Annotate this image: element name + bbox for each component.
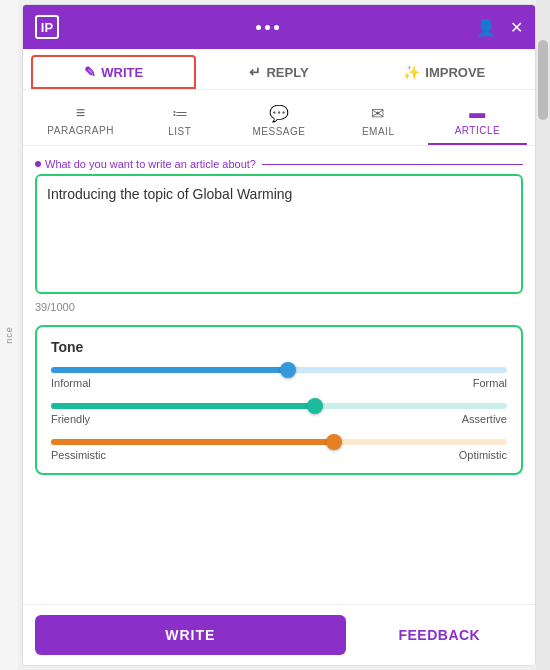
email-label: EMAIL <box>362 126 395 137</box>
slider-3-right-label: Optimistic <box>459 449 507 461</box>
slider-3-labels: Pessimistic Optimistic <box>51 449 507 461</box>
tab-improve[interactable]: ✨ IMPROVE <box>362 55 527 89</box>
bottom-bar: WRITE FEEDBACK <box>23 604 535 665</box>
menu-dot-2 <box>265 25 270 30</box>
improve-tab-icon: ✨ <box>403 64 420 80</box>
tone-title: Tone <box>51 339 507 355</box>
slider-2-track-container[interactable] <box>51 403 507 409</box>
list-icon: ≔ <box>172 104 189 123</box>
menu-dot-3 <box>274 25 279 30</box>
char-count: 39/1000 <box>35 301 523 313</box>
header-menu[interactable] <box>256 25 279 30</box>
panel-header: IP 👤 ✕ <box>23 5 535 49</box>
slider-informal-formal: Informal Formal <box>51 367 507 389</box>
tabs-row: ✎ WRITE ↵ REPLY ✨ IMPROVE <box>23 49 535 90</box>
article-textarea[interactable]: Introducing the topic of Global Warming <box>35 174 523 294</box>
content-type-email[interactable]: ✉ EMAIL <box>329 98 428 145</box>
article-label: ARTICLE <box>455 125 501 136</box>
plugin-panel: IP 👤 ✕ ✎ WRITE ↵ REPLY <box>22 4 536 666</box>
slider-1-thumb[interactable] <box>280 362 296 378</box>
slider-2-right-label: Assertive <box>462 413 507 425</box>
menu-dot-1 <box>256 25 261 30</box>
slider-2-fill <box>51 403 315 409</box>
sidebar-label-text: nce <box>4 326 14 344</box>
slider-1-fill <box>51 367 288 373</box>
tone-section: Tone Informal Formal <box>35 325 523 475</box>
slider-1-labels: Informal Formal <box>51 377 507 389</box>
write-button[interactable]: WRITE <box>35 615 346 655</box>
logo: IP <box>35 15 59 39</box>
slider-pessimistic-optimistic: Pessimistic Optimistic <box>51 439 507 461</box>
feedback-button[interactable]: FEEDBACK <box>356 615 523 655</box>
list-label: LIST <box>168 126 191 137</box>
content-types-row: ≡ PARAGRAPH ≔ LIST 💬 MESSAGE ✉ EMAIL ▬ A… <box>23 90 535 146</box>
slider-2-thumb[interactable] <box>307 398 323 414</box>
slider-1-right-label: Formal <box>473 377 507 389</box>
sidebar-panel: nce <box>0 0 18 670</box>
slider-3-thumb[interactable] <box>326 434 342 450</box>
tab-write[interactable]: ✎ WRITE <box>31 55 196 89</box>
slider-2-left-label: Friendly <box>51 413 90 425</box>
slider-friendly-assertive: Friendly Assertive <box>51 403 507 425</box>
user-icon[interactable]: 👤 <box>476 18 496 37</box>
article-icon: ▬ <box>469 104 486 122</box>
tab-reply[interactable]: ↵ REPLY <box>196 55 361 89</box>
content-type-message[interactable]: 💬 MESSAGE <box>229 98 328 145</box>
header-icons: 👤 ✕ <box>476 18 523 37</box>
paragraph-label: PARAGRAPH <box>47 125 114 136</box>
message-icon: 💬 <box>269 104 290 123</box>
input-label: What do you want to write an article abo… <box>35 158 523 170</box>
slider-3-track-container[interactable] <box>51 439 507 445</box>
slider-1-left-label: Informal <box>51 377 91 389</box>
close-icon[interactable]: ✕ <box>510 18 523 37</box>
scrollbar[interactable] <box>536 0 550 670</box>
logo-icon: IP <box>35 15 59 39</box>
content-type-article[interactable]: ▬ ARTICLE <box>428 98 527 145</box>
slider-3-fill <box>51 439 334 445</box>
scrollbar-thumb[interactable] <box>538 40 548 120</box>
slider-3-left-label: Pessimistic <box>51 449 106 461</box>
tab-write-label: WRITE <box>101 65 143 80</box>
tab-reply-label: REPLY <box>266 65 308 80</box>
reply-tab-icon: ↵ <box>249 64 261 80</box>
email-icon: ✉ <box>371 104 385 123</box>
content-type-paragraph[interactable]: ≡ PARAGRAPH <box>31 98 130 145</box>
slider-1-track-container[interactable] <box>51 367 507 373</box>
paragraph-icon: ≡ <box>76 104 86 122</box>
tab-improve-label: IMPROVE <box>425 65 485 80</box>
content-type-list[interactable]: ≔ LIST <box>130 98 229 145</box>
message-label: MESSAGE <box>253 126 306 137</box>
slider-2-labels: Friendly Assertive <box>51 413 507 425</box>
input-section: What do you want to write an article abo… <box>23 146 535 321</box>
write-tab-icon: ✎ <box>84 64 96 80</box>
logo-text: IP <box>41 20 53 35</box>
